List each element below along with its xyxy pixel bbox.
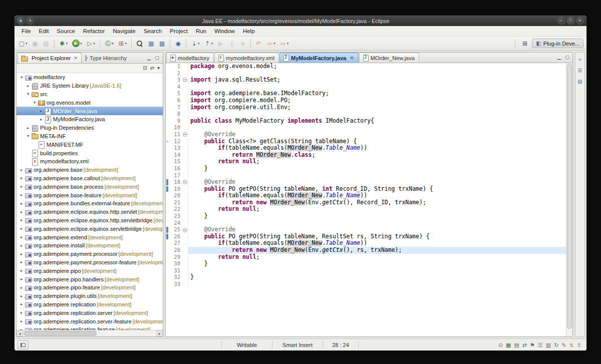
scroll-left-button[interactable]: ◂ [17, 330, 23, 336]
tree-item[interactable]: ▸org.adempiere.install [development] [17, 241, 163, 250]
debug-button[interactable]: ✱▾ [57, 39, 70, 49]
tree-item[interactable]: ▸org.adempiere.base.process [development… [17, 182, 163, 191]
tree-item[interactable]: ▸org.adempiere.replication [development] [17, 300, 163, 309]
menu-run[interactable]: Run [192, 27, 210, 35]
title-bar[interactable]: ◆● Java EE - modelfactory/src/org/evenos… [15, 16, 586, 26]
tree-collapsed-arrow-icon[interactable]: ▸ [19, 310, 25, 315]
menu-help[interactable]: Help [239, 27, 259, 35]
tree-item[interactable]: build.properties [17, 149, 163, 157]
tree-collapsed-arrow-icon[interactable]: ▸ [19, 193, 25, 197]
code-line[interactable]: 33 [166, 281, 566, 288]
table-button[interactable]: ▦ [146, 39, 156, 49]
tree-collapsed-arrow-icon[interactable]: ▸ [19, 319, 25, 323]
run-button[interactable]: ▶▾ [70, 38, 84, 49]
tree-item[interactable]: ▸org.adempiere.eclipse.equinox.servletbr… [17, 224, 163, 233]
terminate-button[interactable]: ■ [237, 39, 248, 49]
suspend-button[interactable]: ∥ [226, 39, 237, 49]
fold-collapse-icon[interactable] [183, 132, 187, 137]
tree-collapsed-arrow-icon[interactable]: ▸ [25, 84, 31, 88]
new-java-class-button[interactable]: Ⓒ▾ [103, 39, 116, 49]
maximize-view-button[interactable]: ▢ [154, 55, 160, 61]
minimize-editor-button[interactable]: ▁ [556, 54, 562, 61]
tree-item[interactable]: ▸org.adempiere.payment.processor [develo… [17, 250, 163, 258]
menu-window[interactable]: Window [210, 27, 239, 35]
open-perspective-button[interactable]: ⊞ [519, 39, 530, 49]
editor-vertical-scrollbar[interactable] [566, 63, 572, 336]
edit-mode-icon[interactable]: ✎ [561, 341, 566, 348]
external-tools-button[interactable]: ▷▾ [85, 39, 98, 49]
menu-edit[interactable]: Edit [35, 27, 53, 35]
menu-source[interactable]: Source [53, 27, 79, 35]
code-line[interactable]: 5import org.adempiere.base.IModelFactory… [166, 90, 566, 97]
new-wizard-button[interactable]: ▢▾ [17, 39, 30, 49]
tree-horizontal-scrollbar[interactable]: ◂ ▸ [17, 330, 163, 336]
code-editor[interactable]: 1package org.evenos.model;23import java.… [166, 63, 566, 336]
code-line[interactable]: 14 return MOrder_New.class; [166, 152, 566, 159]
code-line[interactable]: 24 [166, 220, 566, 227]
tree-item[interactable]: ▾src [17, 90, 163, 99]
editor-tab-mymodelfactory-java[interactable]: MyModelFactory.java✕ [279, 53, 359, 63]
next-annotation-button[interactable]: ⇣▾ [189, 39, 202, 49]
menu-refactor[interactable]: Refactor [79, 27, 109, 35]
tree-item[interactable]: ▸org.adempiere.payment.processor-feature… [17, 258, 163, 267]
back-button[interactable]: ⇦▾ [264, 39, 277, 49]
code-line[interactable]: 9public class MyModelFactory implements … [166, 118, 566, 125]
code-line[interactable]: 2 [166, 70, 566, 77]
code-line[interactable]: 29 return null; [166, 254, 566, 261]
fold-collapse-icon[interactable] [183, 228, 187, 232]
tree-item[interactable]: ▸Plug-in Dependencies [17, 124, 163, 132]
push-icon[interactable]: ⇧ [577, 341, 581, 348]
view-tab-type-hierarchy[interactable]: ╠Type Hierarchy [82, 53, 130, 63]
code-line[interactable]: 8 [166, 111, 566, 118]
tree-item[interactable]: ▸MyModelFactory.java [17, 115, 163, 124]
menu-navigate[interactable]: Navigate [109, 27, 139, 35]
sticky-button[interactable]: ● [27, 17, 34, 25]
properties-icon[interactable]: ▥ [546, 341, 551, 348]
tree-collapsed-arrow-icon[interactable]: ▸ [19, 218, 25, 222]
code-line[interactable]: 32} [166, 274, 566, 281]
forward-button[interactable]: ⇨▾ [278, 39, 291, 49]
scroll-track[interactable] [23, 330, 156, 336]
save-button[interactable]: ▣ [30, 39, 41, 49]
tree-item[interactable]: ▸JRE System Library [JavaSE-1.6] [17, 82, 163, 90]
tree-item[interactable]: ▾META-INF [17, 132, 163, 141]
code-line[interactable]: 13 if(tableName.equals(MOrder_New.Table_… [166, 145, 566, 152]
close-tab-icon[interactable]: ✕ [74, 56, 78, 61]
code-line[interactable]: 27 if(tableName.equals(MOrder_New.Table_… [166, 240, 566, 247]
code-line[interactable]: △19 public PO getPO(String tableName, in… [166, 186, 566, 193]
editor-tab-mymodelfactory-xml[interactable]: mymodelfactory.xml [214, 53, 279, 63]
code-line[interactable]: △26 public PO getPO(String tableName, Re… [166, 233, 566, 240]
tree-collapsed-arrow-icon[interactable]: ▸ [19, 176, 25, 180]
tree-collapsed-arrow-icon[interactable]: ▸ [19, 184, 25, 189]
close-tab-icon[interactable]: ✕ [350, 55, 354, 61]
tree-item[interactable]: ▸MOrder_New.java [17, 107, 163, 115]
console-icon[interactable]: ▦ [506, 341, 511, 348]
tree-collapsed-arrow-icon[interactable]: ▸ [19, 252, 25, 256]
code-line[interactable]: 7import org.compiere.util.Env; [166, 104, 566, 111]
fold-collapse-icon[interactable] [183, 78, 187, 82]
code-line[interactable]: 11 @Override [166, 131, 566, 138]
view-tab-project-explorer[interactable]: Project Explorer✕ [18, 53, 82, 63]
code-line[interactable]: 17 [166, 172, 566, 179]
tree-item[interactable]: ▸org.adempiere.pipo [development] [17, 266, 163, 275]
code-line[interactable]: 1package org.evenos.model; [166, 63, 566, 70]
tree-collapsed-arrow-icon[interactable]: ▸ [19, 302, 25, 306]
previous-annotation-button[interactable]: ⇡▾ [202, 39, 215, 49]
tree-item[interactable]: ▸org.adempiere.replication.server [devel… [17, 308, 163, 317]
fast-view-button[interactable] [18, 340, 29, 349]
outline-view-button[interactable]: ☰ [576, 67, 584, 75]
tree-item[interactable]: ▸org.adempiere.base.callout [development… [17, 174, 163, 183]
code-line[interactable]: 28 return new MOrder_New(Env.getCtx(), r… [166, 247, 566, 254]
tree-collapsed-arrow-icon[interactable]: ▸ [19, 260, 25, 264]
editor-scroll-thumb[interactable] [567, 64, 572, 329]
code-line[interactable]: 22 return null; [166, 206, 566, 213]
editor-tab-morder-new-java[interactable]: MOrder_New.java [359, 53, 419, 63]
bookmark-icon[interactable]: ⚑ [530, 341, 535, 348]
code-line[interactable]: 25 @Override [166, 226, 566, 233]
tree-collapsed-arrow-icon[interactable]: ▸ [19, 210, 25, 214]
tree-item[interactable]: ▸org.adempiere.eclipse.equinox.http.serv… [17, 208, 163, 216]
minimize-button[interactable]: − [557, 17, 565, 25]
tree-collapsed-arrow-icon[interactable]: ▸ [19, 277, 25, 281]
scroll-right-button[interactable]: ▸ [156, 330, 163, 336]
search-button[interactable] [134, 39, 145, 49]
